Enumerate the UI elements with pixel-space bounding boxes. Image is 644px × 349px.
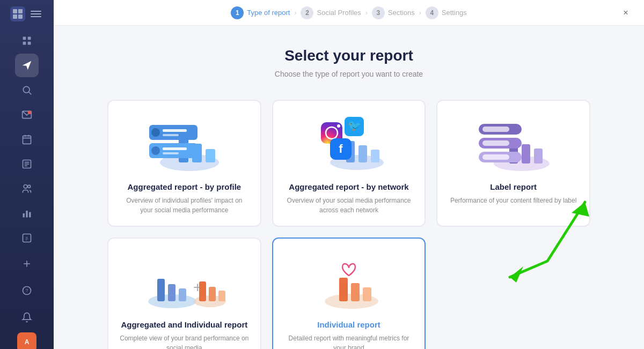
svg-rect-52 [522, 144, 530, 164]
menu-icon[interactable] [28, 6, 43, 21]
svg-rect-70 [339, 278, 348, 301]
svg-rect-2 [23, 42, 26, 45]
sidebar-nav: β [0, 29, 54, 250]
card-label-report-image [471, 112, 557, 176]
svg-rect-41 [358, 145, 367, 162]
svg-rect-19 [26, 211, 27, 218]
svg-rect-66 [199, 281, 206, 301]
card-aggregated-network-desc: Overview of your social media performanc… [284, 196, 414, 215]
sidebar-add-button[interactable] [15, 252, 39, 276]
svg-rect-67 [209, 287, 216, 301]
close-button[interactable]: × [618, 5, 633, 20]
step-2-number: 2 [301, 6, 313, 19]
step-3-label: Sections [388, 9, 415, 17]
sidebar-item-calendar[interactable] [15, 128, 39, 151]
card-aggregated-profile[interactable]: Aggregated report - by profile Overview … [107, 100, 261, 227]
main-area: 1 Type of report › 2 Social Profiles › 3… [54, 0, 644, 349]
chevron-1: › [294, 9, 296, 17]
card-individual-report-image [306, 249, 392, 314]
sidebar-item-send[interactable] [15, 54, 39, 77]
svg-rect-55 [482, 127, 509, 132]
svg-rect-37 [163, 147, 187, 150]
sidebar-notifications-button[interactable] [15, 306, 39, 329]
svg-line-5 [29, 92, 32, 95]
card-individual-report-desc: Detailed report with meaningful metrics … [284, 333, 414, 349]
step-3-number: 3 [372, 6, 385, 19]
svg-rect-20 [29, 212, 31, 218]
card-aggregated-individual-title: Aggregated and Individual report [121, 320, 247, 329]
sidebar-item-reports[interactable] [15, 152, 39, 176]
svg-point-32 [151, 128, 160, 137]
card-aggregated-individual-desc: Complete view of your brand performance … [119, 333, 250, 349]
wizard-topbar: 1 Type of report › 2 Social Profiles › 3… [54, 0, 644, 26]
svg-rect-30 [206, 149, 215, 162]
svg-rect-8 [23, 136, 31, 144]
svg-text:f: f [339, 142, 343, 155]
svg-rect-53 [534, 148, 543, 164]
svg-point-17 [28, 185, 31, 188]
svg-rect-59 [482, 154, 509, 160]
sidebar-help-button[interactable]: ? [15, 279, 39, 302]
svg-rect-0 [23, 37, 26, 40]
svg-rect-34 [163, 134, 179, 136]
svg-rect-1 [28, 37, 31, 40]
card-aggregated-profile-title: Aggregated report - by profile [127, 182, 241, 191]
step-1: 1 Type of report [231, 6, 290, 19]
svg-point-4 [23, 86, 30, 93]
svg-rect-33 [163, 129, 187, 132]
page-title: Select your report [86, 47, 612, 64]
sidebar-item-team[interactable] [15, 177, 39, 201]
svg-point-36 [151, 146, 160, 155]
svg-rect-3 [28, 42, 31, 45]
svg-rect-63 [179, 288, 186, 301]
user-avatar[interactable]: A [17, 332, 36, 349]
step-4-label: Settings [442, 9, 467, 17]
svg-rect-62 [168, 284, 175, 301]
step-4: 4 Settings [426, 6, 467, 19]
svg-point-16 [24, 185, 27, 189]
sidebar-item-inbox[interactable] [15, 103, 39, 127]
card-aggregated-network-image: 🐦 f [306, 112, 392, 176]
svg-text:🐦: 🐦 [347, 119, 361, 132]
svg-rect-38 [163, 152, 179, 154]
chevron-2: › [365, 9, 368, 17]
step-3: 3 Sections [372, 6, 415, 19]
card-label-report-title: Label report [490, 182, 537, 191]
card-individual-report[interactable]: Individual report Detailed report with m… [272, 237, 426, 349]
step-2-label: Social Profiles [317, 9, 361, 17]
sidebar-item-beta[interactable]: β [15, 226, 39, 250]
step-1-label: Type of report [247, 9, 290, 17]
sidebar-item-analytics[interactable] [15, 202, 39, 225]
sidebar-item-dashboard[interactable] [15, 29, 39, 53]
card-aggregated-individual[interactable]: + Aggregated and Individual report Compl… [107, 237, 261, 349]
chevron-3: › [419, 9, 421, 17]
svg-text:?: ? [26, 288, 28, 293]
svg-rect-68 [218, 291, 225, 301]
svg-rect-61 [157, 279, 165, 301]
app-logo[interactable] [10, 6, 25, 21]
card-label-report[interactable]: Label report Performance of your content… [436, 100, 590, 227]
card-individual-report-title: Individual report [317, 320, 380, 329]
svg-rect-57 [482, 140, 509, 146]
svg-rect-18 [23, 213, 25, 218]
content-area: Select your report Choose the type of re… [54, 26, 644, 349]
sidebar-item-search[interactable] [15, 78, 39, 102]
svg-rect-42 [371, 150, 379, 162]
wizard-steps: 1 Type of report › 2 Social Profiles › 3… [79, 6, 618, 19]
card-label-report-desc: Performance of your content filtered by … [450, 196, 576, 205]
report-cards-grid: Aggregated report - by profile Overview … [107, 100, 590, 349]
step-1-number: 1 [231, 6, 244, 19]
sidebar: β ? A [0, 0, 54, 349]
step-2: 2 Social Profiles [301, 6, 361, 19]
svg-rect-72 [363, 287, 371, 301]
svg-point-45 [337, 124, 340, 128]
svg-rect-71 [351, 283, 360, 301]
card-aggregated-network[interactable]: 🐦 f Aggregated report - by network Overv… [272, 100, 426, 227]
step-4-number: 4 [426, 6, 438, 19]
card-aggregated-individual-image: + [141, 249, 227, 314]
svg-point-7 [28, 111, 32, 115]
svg-text:β: β [26, 236, 28, 241]
page-subtitle: Choose the type of report you want to cr… [86, 70, 612, 78]
card-aggregated-network-title: Aggregated report - by network [289, 182, 408, 191]
card-aggregated-profile-image [141, 112, 227, 176]
